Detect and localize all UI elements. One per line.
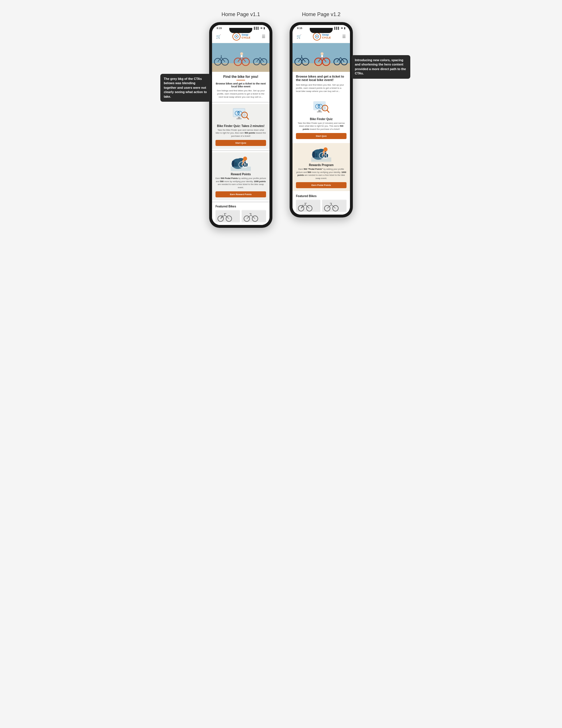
logo-v1: Swap CYCLE (232, 32, 251, 41)
svg-rect-87 (318, 110, 321, 111)
bike-finder-card-v2: Bike Finder Quiz Take the Bike Finder qu… (292, 97, 350, 142)
rewards-illustration-v1 (231, 155, 251, 171)
bike-finder-title-v2: Bike Finder Quiz (296, 118, 347, 121)
phone-frame-v2: 8:15 ▌▌▌ ≋ ▮ 🛒 (290, 22, 353, 217)
bike-finder-body-v1: Take the Bike Finder quiz and narrow dow… (215, 129, 266, 138)
rewards-body-v2: Earn 500 "Pedal Points" by adding your p… (296, 168, 347, 180)
battery-icon-v1: ▮ (263, 27, 265, 30)
bike-finder-illustration-v1 (231, 107, 251, 123)
start-quiz-button-v1[interactable]: Start Quiz (215, 140, 266, 146)
bike-finder-title-v1: Bike Finder Quiz: Takes 2 minutes! (215, 124, 266, 128)
logo-circle-v1 (232, 32, 240, 41)
menu-icon-v1[interactable]: ☰ (262, 34, 265, 39)
phone-frame-v1: 8:15 ▌▌▌ ≋ ▮ 🛒 (209, 22, 272, 228)
rewards-body-v1: Earn 500 Pedal Points by adding your pro… (215, 177, 266, 189)
earn-pedal-points-button-v2[interactable]: Earn Pedal Points (296, 182, 347, 188)
svg-point-62 (316, 36, 317, 37)
logo-text-v1: Swap CYCLE (242, 34, 251, 39)
svg-line-30 (247, 117, 249, 119)
svg-rect-26 (238, 117, 240, 118)
svg-rect-27 (236, 118, 242, 119)
phone-screen-v1: 8:15 ▌▌▌ ≋ ▮ 🛒 (212, 25, 270, 225)
hero-content-v2: Browse bikes and get a ticket to the nex… (292, 72, 350, 96)
cart-icon-v1[interactable]: 🛒 (216, 34, 221, 39)
featured-section-v1: Featured Bikes (212, 203, 270, 225)
signal-icon-v1: ▌▌▌ (254, 27, 259, 30)
featured-bike-2-v1[interactable] (242, 210, 266, 223)
divider2-v1 (212, 150, 270, 151)
page-container: Home Page v1.1 The grey bkg of the CTAs … (6, 11, 556, 228)
svg-point-29 (243, 113, 246, 117)
version-title-v1: Home Page v1.1 (222, 11, 260, 18)
time-v1: 8:15 (217, 27, 222, 30)
featured-bikes-row-v2 (296, 199, 347, 212)
version-column-v2: Home Page v1.2 Introducing new colors, s… (290, 11, 353, 217)
menu-icon-v2[interactable]: ☰ (342, 34, 346, 39)
svg-point-1 (236, 36, 237, 37)
bike-finder-card-v1: Bike Finder Quiz: Takes 2 minutes! Take … (212, 104, 270, 149)
featured-title-v2: Featured Bikes (296, 194, 347, 198)
svg-line-106 (322, 155, 323, 155)
hero-underline-v1 (236, 80, 245, 80)
hero-title-v1: Find the bike for you! (215, 75, 266, 79)
rewards-card-v1: Reward Points Earn 500 Pedal Points by a… (212, 152, 270, 200)
svg-rect-94 (313, 152, 315, 157)
version-title-v2: Home Page v1.2 (302, 11, 340, 18)
status-icons-v2: ▌▌▌ ≋ ▮ (334, 27, 345, 30)
time-v2: 8:15 (297, 27, 302, 30)
svg-line-45 (242, 164, 243, 165)
version-column-v1: Home Page v1.1 The grey bkg of the CTAs … (209, 11, 272, 228)
hero-subtitle-v1: Browse bikes and get a ticket to the nex… (215, 82, 266, 88)
hero-content-v1: Find the bike for you! Browse bikes and … (212, 72, 270, 102)
tooltip-v2: Introducing new colors, spacing and shor… (351, 55, 410, 79)
hero-body-v1: See listings and find bikes you like. Se… (215, 89, 266, 99)
cart-icon-v2[interactable]: 🛒 (297, 34, 301, 39)
svg-rect-33 (232, 161, 234, 167)
start-quiz-button-v2[interactable]: Start Quiz (296, 133, 347, 139)
signal-icon-v2: ▌▌▌ (334, 27, 340, 30)
svg-rect-19 (241, 55, 242, 57)
notch-v1 (229, 28, 252, 33)
earn-rewards-button-v1[interactable]: Earn Reward Points (215, 191, 266, 197)
rewards-title-v2: Rewards Program (296, 163, 347, 167)
wifi-icon-v1: ≋ (260, 27, 263, 30)
svg-rect-80 (321, 55, 323, 57)
svg-point-90 (323, 106, 327, 110)
status-icons-v1: ▌▌▌ ≋ ▮ (254, 27, 265, 30)
featured-bikes-row-v1 (215, 210, 266, 223)
hero-title-v2: Browse bikes and get a ticket to the nex… (296, 75, 347, 82)
bike-finder-illustration-v2 (311, 100, 331, 116)
svg-rect-34 (235, 162, 237, 167)
divider-v1 (212, 102, 270, 103)
hero-image-v1 (212, 43, 270, 72)
rewards-illustration-v2 (311, 146, 331, 162)
svg-point-43 (242, 160, 245, 162)
svg-point-104 (323, 151, 325, 153)
rewards-card-v2: Rewards Program Earn 500 "Pedal Points" … (292, 143, 350, 191)
svg-rect-88 (317, 111, 322, 112)
svg-point-18 (240, 52, 243, 55)
featured-bike-2-v2[interactable] (322, 199, 347, 212)
featured-title-v1: Featured Bikes (215, 205, 266, 208)
rewards-title-v1: Reward Points (215, 173, 266, 176)
hero-body-v2: See listings and find bikes you like. Se… (296, 83, 347, 93)
svg-line-91 (327, 110, 329, 112)
bike-finder-body-v2: Take the Bike Finder quiz (2 minutes) an… (296, 122, 347, 131)
wifi-icon-v2: ≋ (341, 27, 343, 30)
hero-image-v2 (292, 43, 350, 72)
svg-point-79 (321, 52, 324, 55)
featured-bike-1-v1[interactable] (215, 210, 240, 223)
featured-bike-1-v2[interactable] (296, 199, 320, 212)
logo-v2: Swap CYCLE (313, 32, 331, 41)
featured-section-v2: Featured Bikes (292, 192, 350, 215)
logo-circle-v2 (313, 32, 321, 41)
battery-icon-v2: ▮ (344, 27, 345, 30)
phone-screen-v2: 8:15 ▌▌▌ ≋ ▮ 🛒 (292, 25, 350, 215)
tooltip-v1: The grey bkg of the CTAs belows was blen… (160, 74, 211, 102)
notch-v2 (310, 28, 333, 33)
logo-text-v2: Swap CYCLE (322, 34, 331, 39)
svg-rect-95 (315, 153, 317, 157)
